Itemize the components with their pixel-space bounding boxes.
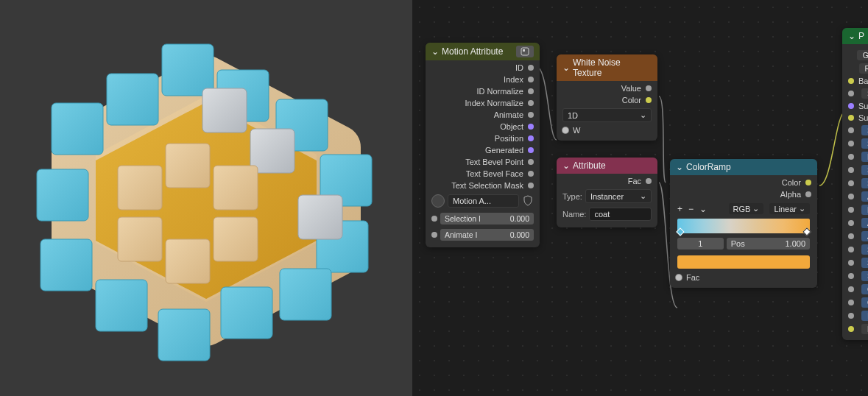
socket-icon[interactable] [528, 135, 534, 141]
color-mode-dropdown[interactable]: RGB⌄ [729, 203, 764, 214]
socket-icon[interactable] [848, 286, 854, 292]
socket-icon[interactable] [528, 112, 534, 118]
in-7[interactable]: S [861, 165, 868, 175]
flip-button[interactable]: ⌄ [699, 204, 707, 214]
in-13[interactable]: S [861, 244, 868, 255]
socket-icon[interactable] [528, 159, 534, 165]
socket-icon[interactable] [646, 85, 652, 91]
node-header[interactable]: ⌄ P [842, 28, 868, 44]
chevron-down-icon: ⌄ [640, 191, 646, 201]
selection-input[interactable]: Selection I 0.000 [440, 213, 534, 224]
socket-icon[interactable] [528, 77, 534, 82]
stop-pos-field[interactable]: Pos 1.000 [727, 238, 810, 250]
socket-icon[interactable] [528, 147, 534, 153]
socket-icon[interactable] [848, 273, 854, 279]
in-1[interactable]: S [861, 88, 868, 99]
socket-icon[interactable] [431, 216, 437, 222]
chevron-down-icon: ⌄ [799, 204, 805, 213]
remove-stop-button[interactable]: − [688, 204, 694, 214]
socket-icon[interactable] [528, 183, 534, 188]
node-header[interactable]: ⌄ ColorRamp [670, 159, 817, 175]
dimension-dropdown[interactable]: 1D⌄ [562, 108, 652, 122]
socket-icon[interactable] [805, 180, 811, 185]
in-8[interactable]: S [861, 178, 868, 188]
socket-icon[interactable] [528, 100, 534, 106]
in-10[interactable]: R [861, 205, 868, 215]
stop-index-field[interactable]: 1 [677, 238, 724, 250]
distribution-pill[interactable]: GG [857, 50, 868, 60]
socket-icon[interactable] [528, 88, 534, 94]
socket-icon[interactable] [848, 154, 854, 160]
socket-icon[interactable] [646, 97, 652, 103]
socket-icon[interactable] [676, 275, 682, 280]
interp-dropdown[interactable]: Linear⌄ [769, 203, 810, 214]
socket-icon[interactable] [528, 124, 534, 130]
socket-icon[interactable] [562, 127, 568, 133]
animate-input[interactable]: Animate I 0.000 [440, 229, 534, 241]
in-5[interactable]: S [861, 138, 868, 149]
node-colorramp[interactable]: ⌄ ColorRamp Color Alpha + − ⌄ RGB⌄ Linea… [670, 159, 817, 288]
socket-icon[interactable] [848, 127, 854, 133]
node-header[interactable]: ⌄ Attribute [557, 158, 657, 174]
socket-icon[interactable] [848, 233, 854, 239]
material-icon[interactable] [431, 194, 445, 208]
socket-icon[interactable] [848, 207, 854, 213]
shield-icon[interactable] [522, 195, 534, 207]
color-ramp-gradient[interactable] [677, 219, 810, 233]
in-6[interactable]: M [861, 152, 868, 162]
in-12[interactable]: A [861, 231, 868, 241]
socket-icon[interactable] [848, 141, 854, 146]
socket-icon[interactable] [805, 191, 811, 197]
socket-icon[interactable] [848, 247, 854, 252]
svg-rect-11 [96, 280, 147, 331]
stop-color-swatch[interactable] [677, 255, 810, 269]
subsurf-method-pill[interactable]: Ra [859, 63, 868, 74]
socket-fac-in: Fac [686, 273, 699, 282]
socket-icon[interactable] [848, 91, 854, 96]
in-16[interactable]: C [861, 284, 868, 294]
socket-icon[interactable] [848, 78, 854, 84]
in-19[interactable]: E [861, 324, 868, 334]
socket-icon[interactable] [431, 232, 437, 238]
svg-rect-15 [250, 129, 294, 173]
socket-icon[interactable] [528, 65, 534, 71]
svg-rect-16 [298, 195, 342, 239]
node-editor[interactable]: ⌄ Motion Attribute ID Index ID Normalize… [412, 0, 868, 396]
in-9[interactable]: A [861, 191, 868, 202]
svg-rect-18 [118, 166, 162, 210]
in-14[interactable]: S [861, 258, 868, 268]
node-options-icon[interactable] [516, 46, 534, 57]
in-4[interactable]: S [861, 125, 868, 135]
node-header[interactable]: ⌄ White Noise Texture [557, 54, 657, 81]
in-11[interactable]: A [861, 218, 868, 228]
in-15[interactable]: Sl [861, 271, 868, 281]
socket-icon[interactable] [848, 326, 854, 332]
socket-icon[interactable] [848, 300, 854, 305]
type-dropdown[interactable]: Instancer⌄ [585, 189, 652, 203]
socket-icon[interactable] [848, 313, 854, 319]
node-motion-attribute[interactable]: ⌄ Motion Attribute ID Index ID Normalize… [426, 43, 540, 247]
socket-icon[interactable] [848, 167, 854, 173]
node-title: Motion Attribute [442, 46, 503, 57]
add-stop-button[interactable]: + [677, 204, 682, 214]
socket-icon[interactable] [848, 260, 854, 266]
node-header[interactable]: ⌄ Motion Attribute [426, 43, 540, 60]
node-white-noise[interactable]: ⌄ White Noise Texture Value Color 1D⌄ W [557, 54, 657, 141]
shader-dropdown[interactable]: Motion A... [448, 194, 519, 208]
socket-icon[interactable] [848, 115, 854, 121]
socket-animate: Animate [494, 110, 523, 119]
name-input[interactable]: coat [589, 208, 652, 221]
node-principled-bsdf[interactable]: ⌄ P GG Ra Base S Sul Subs S S M S S A R … [842, 28, 868, 340]
socket-icon[interactable] [848, 180, 854, 186]
socket-icon[interactable] [848, 103, 854, 109]
socket-icon[interactable] [848, 194, 854, 199]
socket-icon[interactable] [646, 178, 652, 184]
socket-alpha: Alpha [780, 190, 801, 199]
socket-icon[interactable] [528, 171, 534, 177]
chevron-down-icon: ⌄ [562, 63, 570, 73]
in-17[interactable]: C [861, 297, 868, 308]
in-18[interactable]: IC [861, 311, 868, 321]
3d-viewport[interactable] [0, 0, 412, 396]
socket-icon[interactable] [848, 220, 854, 226]
node-attribute[interactable]: ⌄ Attribute Fac Type: Instancer⌄ Name: c… [557, 158, 657, 227]
